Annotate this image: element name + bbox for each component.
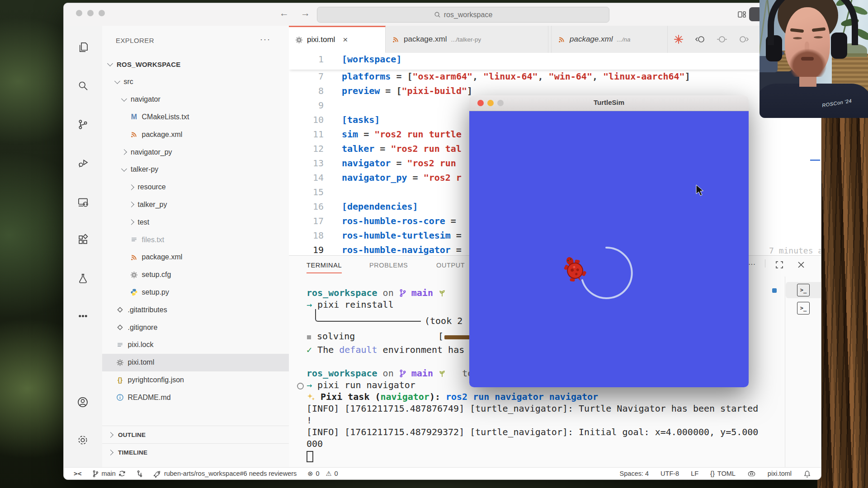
formatter-status[interactable]: pixi.toml bbox=[768, 470, 792, 477]
tree-item-files-txt[interactable]: files.txt bbox=[102, 231, 289, 249]
tree-item-label: pixi.lock bbox=[128, 341, 154, 349]
sparkle-icon[interactable] bbox=[672, 33, 685, 46]
compare-changes-icon[interactable] bbox=[137, 470, 143, 478]
extensions-icon[interactable] bbox=[72, 229, 94, 250]
timeline-section[interactable]: TIMELINE bbox=[102, 443, 289, 461]
took-text: (took 2 bbox=[425, 315, 462, 326]
tree-item-test[interactable]: test bbox=[102, 213, 289, 231]
turtlesim-canvas[interactable] bbox=[469, 111, 749, 387]
git-branch-icon bbox=[399, 289, 406, 297]
line-number: 13 bbox=[289, 158, 324, 169]
git-file-icon bbox=[116, 306, 124, 314]
textfile-file-icon bbox=[130, 236, 138, 244]
tree-item-src[interactable]: src bbox=[102, 73, 289, 91]
problems-status[interactable]: ⊗0⚠0 bbox=[307, 470, 338, 477]
tree-item-setup-cfg[interactable]: setup.cfg bbox=[102, 266, 289, 284]
customize-layout-icon[interactable] bbox=[736, 9, 747, 22]
close-window-button[interactable] bbox=[76, 10, 82, 16]
terminal-instance-icon[interactable]: >_ bbox=[797, 302, 810, 314]
circle-icon[interactable] bbox=[716, 33, 728, 46]
sync-icon bbox=[118, 470, 126, 477]
git-branch-status[interactable]: main bbox=[92, 470, 125, 478]
notifications-bell-icon[interactable] bbox=[803, 469, 811, 478]
source-control-icon[interactable] bbox=[72, 113, 94, 135]
tree-item-label: ROS_WORKSPACE bbox=[117, 61, 181, 68]
tree-item-package-xml[interactable]: package.xml bbox=[102, 126, 289, 143]
tab-terminal[interactable]: TERMINAL bbox=[307, 262, 342, 273]
indentation-status[interactable]: Spaces: 4 bbox=[620, 470, 649, 477]
overview-ruler-marker bbox=[810, 160, 820, 161]
gear-file-icon bbox=[116, 358, 124, 366]
more-actions-icon[interactable] bbox=[72, 305, 94, 327]
tree-item-pixi-lock[interactable]: pixi.lock bbox=[102, 336, 289, 354]
zoom-window-button[interactable] bbox=[99, 10, 105, 16]
encoding-status[interactable]: UTF-8 bbox=[660, 470, 679, 477]
tree-item-pyrightconfig-json[interactable]: {}pyrightconfig.json bbox=[102, 371, 289, 389]
tab-package-xml-talker[interactable]: package.xml .../talker-py bbox=[386, 26, 548, 53]
language-status[interactable]: {}TOML bbox=[710, 470, 736, 477]
pull-request-status[interactable]: ruben-arts/ros_workspace#6 needs reviewe… bbox=[154, 470, 297, 478]
line-number: 17 bbox=[289, 216, 324, 226]
tree-item-pixi-toml[interactable]: pixi.toml bbox=[102, 354, 289, 371]
forward-icon[interactable]: → bbox=[301, 8, 310, 19]
tree-item-label: files.txt bbox=[142, 236, 165, 244]
nav-forward-circle-icon[interactable] bbox=[737, 33, 750, 46]
testing-flask-icon[interactable] bbox=[72, 267, 94, 289]
outline-section[interactable]: OUTLINE bbox=[102, 426, 289, 443]
tree-item-package-xml[interactable]: package.xml bbox=[102, 249, 289, 266]
mouse-cursor bbox=[696, 185, 703, 196]
maximize-panel-icon[interactable] bbox=[775, 260, 784, 271]
remote-explorer-icon[interactable] bbox=[72, 191, 94, 213]
chevron-right-icon bbox=[128, 219, 134, 225]
explorer-actions-icon[interactable]: ··· bbox=[260, 35, 271, 44]
account-icon[interactable] bbox=[72, 391, 94, 413]
tree-item-talker-py[interactable]: talker-py bbox=[102, 161, 289, 178]
tree-item-navigator[interactable]: navigator bbox=[102, 91, 289, 108]
tree-item-cmakelists-txt[interactable]: MCMakeLists.txt bbox=[102, 108, 289, 126]
tree-item-setup-py[interactable]: setup.py bbox=[102, 283, 289, 301]
eol-status[interactable]: LF bbox=[691, 470, 698, 477]
terminal-instance-icon[interactable]: >_ bbox=[797, 284, 810, 296]
tree-item--gitattributes[interactable]: .gitattributes bbox=[102, 301, 289, 319]
remote-indicator-icon[interactable]: >< bbox=[74, 470, 81, 477]
nav-back-circle-icon[interactable] bbox=[694, 33, 707, 46]
tree-item--gitignore[interactable]: .gitignore bbox=[102, 319, 289, 336]
code-text: sim = "ros2 run turtle bbox=[342, 129, 462, 140]
sticky-scroll-row[interactable]: 1[workspace] bbox=[289, 53, 821, 70]
close-panel-icon[interactable] bbox=[797, 260, 806, 271]
tree-item-resource[interactable]: resource bbox=[102, 178, 289, 196]
info-file-icon bbox=[116, 394, 124, 402]
run-debug-icon[interactable] bbox=[72, 151, 94, 173]
errors-count: 0 bbox=[316, 470, 319, 477]
python-file-icon bbox=[130, 288, 138, 296]
explorer-icon[interactable] bbox=[72, 36, 94, 58]
command-center-search[interactable]: ros_workspace bbox=[317, 7, 609, 23]
tree-item-label: setup.py bbox=[142, 288, 169, 296]
close-icon[interactable]: × bbox=[343, 35, 348, 45]
terminal-prompt: ros_workspace on main bbox=[307, 287, 446, 298]
panel-more-icon[interactable]: ··· bbox=[748, 260, 755, 268]
tab-output[interactable]: OUTPUT bbox=[436, 262, 465, 269]
terminal-command: → pixi reinstall bbox=[307, 299, 394, 310]
back-icon[interactable]: ← bbox=[279, 8, 289, 19]
tree-item-ros-workspace[interactable]: ROS_WORKSPACE bbox=[102, 56, 289, 73]
code-line-7[interactable]: 7platforms = ["osx-arm64", "linux-64", "… bbox=[289, 71, 821, 85]
chevron-down-icon bbox=[121, 96, 127, 102]
search-icon[interactable] bbox=[72, 75, 94, 96]
line-number: 12 bbox=[289, 143, 324, 154]
log-line: 000 bbox=[307, 438, 323, 449]
tab-package-xml-nav[interactable]: package.xml .../na bbox=[551, 26, 668, 53]
tree-item-readme-md[interactable]: README.md bbox=[102, 389, 289, 406]
tree-item-talker-py[interactable]: talker_py bbox=[102, 196, 289, 213]
turtlesim-titlebar[interactable]: TurtleSim bbox=[469, 95, 749, 111]
progress-bracket: [ bbox=[438, 331, 443, 342]
tab-problems[interactable]: PROBLEMS bbox=[369, 262, 408, 269]
tab-pixi-toml[interactable]: pixi.toml × bbox=[289, 26, 386, 53]
settings-gear-icon[interactable] bbox=[72, 429, 94, 451]
minimize-window-button[interactable] bbox=[87, 10, 94, 16]
terminal-cursor bbox=[307, 451, 313, 462]
copilot-icon[interactable] bbox=[747, 470, 756, 478]
tree-item-label: test bbox=[138, 218, 150, 226]
tree-item-navigator-py[interactable]: navigator_py bbox=[102, 143, 289, 161]
command-decoration-circle[interactable] bbox=[297, 383, 304, 389]
